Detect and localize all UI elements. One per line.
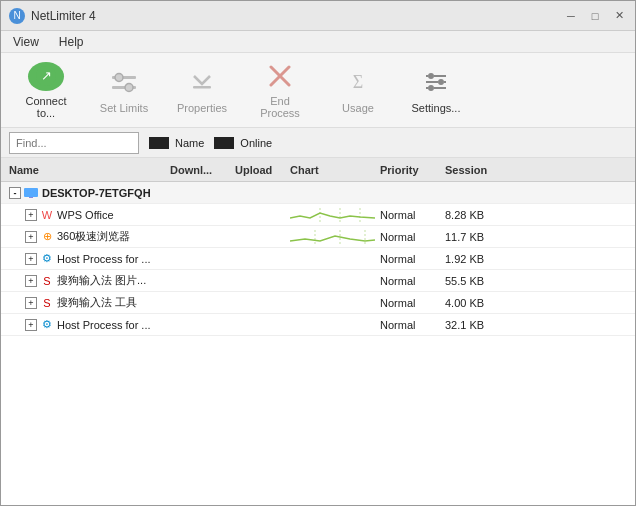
- properties-button[interactable]: Properties: [167, 58, 237, 123]
- row-expand-btn-3[interactable]: +: [25, 275, 37, 287]
- table-row[interactable]: + W WPS Office Normal 8.28 KB: [1, 204, 635, 226]
- svg-point-5: [125, 84, 133, 92]
- row-session-3: 55.5 KB: [445, 275, 515, 287]
- group-name: - DESKTOP-7ETGFQH: [5, 187, 170, 199]
- svg-rect-20: [29, 197, 33, 198]
- wps-icon: W: [40, 208, 54, 222]
- connect-label: Connect to...: [15, 95, 77, 119]
- header-upload: Upload: [235, 164, 290, 176]
- close-button[interactable]: ✕: [611, 8, 627, 24]
- maximize-button[interactable]: □: [587, 8, 603, 24]
- window-title: NetLimiter 4: [31, 9, 96, 23]
- row-expand-btn-4[interactable]: +: [25, 297, 37, 309]
- row-chart-5: [290, 317, 380, 333]
- settings-button[interactable]: Settings...: [401, 58, 471, 123]
- usage-button[interactable]: Σ Usage: [323, 58, 393, 123]
- table-row[interactable]: + ⚙ Host Process for ... Normal 1.92 KB: [1, 248, 635, 270]
- settings-icon: [420, 66, 452, 98]
- title-bar: N NetLimiter 4 ─ □ ✕: [1, 1, 635, 31]
- online-legend: Online: [214, 137, 272, 149]
- row-session-4: 4.00 KB: [445, 297, 515, 309]
- row-priority-3: Normal: [380, 275, 445, 287]
- row-name-0: + W WPS Office: [5, 208, 170, 222]
- properties-icon: [186, 66, 218, 98]
- host2-icon: ⚙: [40, 318, 54, 332]
- group-header-row[interactable]: - DESKTOP-7ETGFQH: [1, 182, 635, 204]
- set-limits-label: Set Limits: [100, 102, 148, 114]
- header-name: Name: [5, 164, 170, 176]
- settings-label: Settings...: [412, 102, 461, 114]
- row-expand-btn-2[interactable]: +: [25, 253, 37, 265]
- row-expand-btn-1[interactable]: +: [25, 231, 37, 243]
- table-row[interactable]: + S 搜狗输入法 图片... Normal 55.5 KB: [1, 270, 635, 292]
- row-priority-0: Normal: [380, 209, 445, 221]
- row-chart-0: [290, 207, 380, 223]
- toolbar: ↗ Connect to... Set Limits Properties: [1, 53, 635, 128]
- header-download: Downl...: [170, 164, 235, 176]
- name-color-box: [149, 137, 169, 149]
- end-process-button[interactable]: End Process: [245, 58, 315, 123]
- connect-icon: ↗: [28, 62, 64, 91]
- row-chart-1: [290, 229, 380, 245]
- row-name-3: + S 搜狗输入法 图片...: [5, 273, 170, 288]
- svg-rect-6: [193, 86, 211, 89]
- process-table: Name Downl... Upload Chart Priority Sess…: [1, 158, 635, 505]
- filter-bar: Name Online: [1, 128, 635, 158]
- svg-point-3: [115, 74, 123, 82]
- row-expand-btn-5[interactable]: +: [25, 319, 37, 331]
- header-session: Session: [445, 164, 515, 176]
- menu-help[interactable]: Help: [55, 33, 88, 51]
- svg-rect-19: [24, 188, 38, 197]
- row-priority-5: Normal: [380, 319, 445, 331]
- connect-button[interactable]: ↗ Connect to...: [11, 58, 81, 123]
- row-session-2: 1.92 KB: [445, 253, 515, 265]
- host-icon: ⚙: [40, 252, 54, 266]
- table-header: Name Downl... Upload Chart Priority Sess…: [1, 158, 635, 182]
- row-name-4: + S 搜狗输入法 工具: [5, 295, 170, 310]
- online-legend-label: Online: [240, 137, 272, 149]
- online-color-box: [214, 137, 234, 149]
- title-bar-left: N NetLimiter 4: [9, 8, 96, 24]
- group-expand-btn[interactable]: -: [9, 187, 21, 199]
- end-process-label: End Process: [249, 95, 311, 119]
- row-chart-2: [290, 251, 380, 267]
- table-row[interactable]: + ⊕ 360极速浏览器 Normal 11.7 KB: [1, 226, 635, 248]
- svg-point-11: [438, 79, 444, 85]
- row-name-1: + ⊕ 360极速浏览器: [5, 229, 170, 244]
- row-session-0: 8.28 KB: [445, 209, 515, 221]
- row-chart-4: [290, 295, 380, 311]
- usage-label: Usage: [342, 102, 374, 114]
- set-limits-button[interactable]: Set Limits: [89, 58, 159, 123]
- svg-point-12: [428, 85, 434, 91]
- row-priority-1: Normal: [380, 231, 445, 243]
- name-legend-label: Name: [175, 137, 204, 149]
- svg-text:Σ: Σ: [353, 72, 363, 92]
- menu-view[interactable]: View: [9, 33, 43, 51]
- menu-bar: View Help: [1, 31, 635, 53]
- header-chart: Chart: [290, 164, 380, 176]
- end-process-icon: [264, 62, 296, 91]
- row-session-5: 32.1 KB: [445, 319, 515, 331]
- sougou2-icon: S: [40, 296, 54, 310]
- name-legend: Name: [149, 137, 204, 149]
- 360-icon: ⊕: [40, 230, 54, 244]
- header-priority: Priority: [380, 164, 445, 176]
- properties-label: Properties: [177, 102, 227, 114]
- svg-text:↗: ↗: [41, 68, 52, 83]
- row-priority-4: Normal: [380, 297, 445, 309]
- row-session-1: 11.7 KB: [445, 231, 515, 243]
- title-bar-controls: ─ □ ✕: [563, 8, 627, 24]
- row-priority-2: Normal: [380, 253, 445, 265]
- minimize-button[interactable]: ─: [563, 8, 579, 24]
- svg-point-10: [428, 73, 434, 79]
- row-expand-btn-0[interactable]: +: [25, 209, 37, 221]
- row-chart-3: [290, 273, 380, 289]
- row-name-2: + ⚙ Host Process for ...: [5, 252, 170, 266]
- usage-icon: Σ: [342, 66, 374, 98]
- table-row[interactable]: + ⚙ Host Process for ... Normal 32.1 KB: [1, 314, 635, 336]
- desktop-icon: [24, 188, 38, 198]
- sougou1-icon: S: [40, 274, 54, 288]
- table-row[interactable]: + S 搜狗输入法 工具 Normal 4.00 KB: [1, 292, 635, 314]
- search-input[interactable]: [9, 132, 139, 154]
- main-content: Name Downl... Upload Chart Priority Sess…: [1, 158, 635, 505]
